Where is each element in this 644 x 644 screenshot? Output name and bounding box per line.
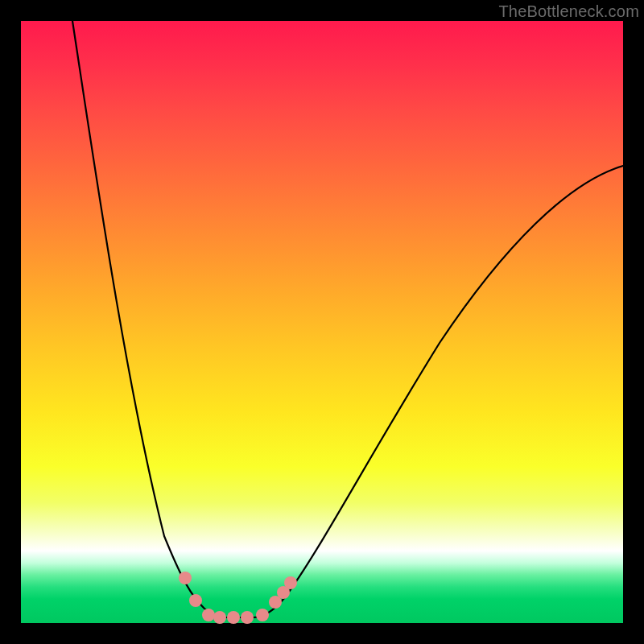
chart-svg — [21, 21, 623, 623]
plot-area — [21, 21, 623, 623]
marker-dot — [241, 611, 254, 624]
watermark-text: TheBottleneck.com — [498, 2, 639, 21]
marker-dot — [227, 611, 240, 624]
curve-group — [72, 21, 623, 617]
marker-dot — [202, 609, 215, 621]
marker-dot — [213, 611, 226, 624]
series-bottleneck-curve — [72, 21, 623, 617]
marker-dot — [284, 576, 297, 589]
marker-dot — [189, 594, 202, 607]
markers-group — [179, 572, 297, 624]
marker-dot — [179, 572, 192, 584]
marker-dot — [256, 609, 269, 621]
outer-frame: TheBottleneck.com — [0, 0, 644, 644]
